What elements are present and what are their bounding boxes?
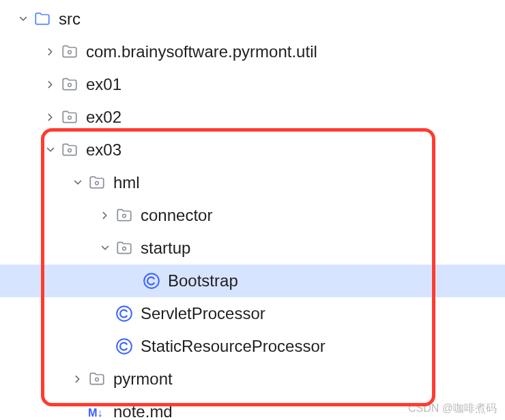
tree-item-staticprocessor[interactable]: StaticResourceProcessor [0, 330, 505, 363]
tree-item-label: src [59, 10, 81, 29]
tree-item-ex03[interactable]: ex03 [0, 134, 505, 166]
class-icon [115, 337, 134, 356]
package-icon [87, 370, 106, 389]
package-icon [60, 75, 79, 94]
markdown-icon [87, 402, 106, 420]
chevron-right-icon[interactable] [96, 206, 115, 225]
package-icon [115, 239, 134, 258]
tree-item-label: Bootstrap [168, 271, 238, 290]
tree-item-bootstrap[interactable]: Bootstrap [0, 265, 505, 297]
tree-item-label: StaticResourceProcessor [141, 337, 326, 356]
chevron-right-icon[interactable] [41, 108, 60, 127]
tree-item-hml[interactable]: hml [0, 166, 505, 199]
tree-item-label: hml [113, 173, 140, 192]
tree-item-label: pyrmont [113, 370, 173, 389]
tree-item-src[interactable]: src [0, 3, 505, 35]
chevron-right-icon[interactable] [68, 370, 87, 389]
chevron-down-icon[interactable] [14, 10, 33, 29]
chevron-down-icon[interactable] [41, 140, 60, 160]
tree-item-label: ex01 [86, 75, 121, 94]
tree-item-connector[interactable]: connector [0, 199, 505, 232]
tree-item-label: connector [141, 206, 212, 225]
chevron-right-icon[interactable] [41, 42, 60, 61]
tree-item-ex01[interactable]: ex01 [0, 68, 505, 101]
chevron-right-icon[interactable] [41, 75, 60, 94]
package-icon [60, 42, 79, 61]
tree-item-label: note.md [113, 402, 173, 420]
package-icon [60, 140, 79, 160]
tree-item-label: com.brainysoftware.pyrmont.util [86, 42, 317, 61]
tree-item-label: ex03 [86, 140, 121, 160]
tree-item-startup[interactable]: startup [0, 232, 505, 265]
tree-item-label: startup [141, 239, 190, 258]
class-icon [142, 271, 161, 290]
tree-item-ex02[interactable]: ex02 [0, 101, 505, 134]
tree-item-util[interactable]: com.brainysoftware.pyrmont.util [0, 35, 505, 68]
project-tree: src com.brainysoftware.pyrmont.util ex01… [0, 0, 505, 420]
tree-item-servletprocessor[interactable]: ServletProcessor [0, 297, 505, 330]
tree-item-label: ex02 [86, 108, 121, 127]
chevron-down-icon[interactable] [96, 239, 115, 258]
folder-icon [33, 10, 52, 29]
chevron-down-icon[interactable] [68, 173, 87, 192]
package-icon [115, 206, 134, 225]
tree-item-pyrmont[interactable]: pyrmont [0, 363, 505, 395]
class-icon [115, 304, 134, 323]
package-icon [60, 108, 79, 127]
package-icon [87, 173, 106, 192]
tree-item-label: ServletProcessor [141, 304, 265, 323]
watermark: CSDN @咖啡煮码 [408, 402, 497, 416]
